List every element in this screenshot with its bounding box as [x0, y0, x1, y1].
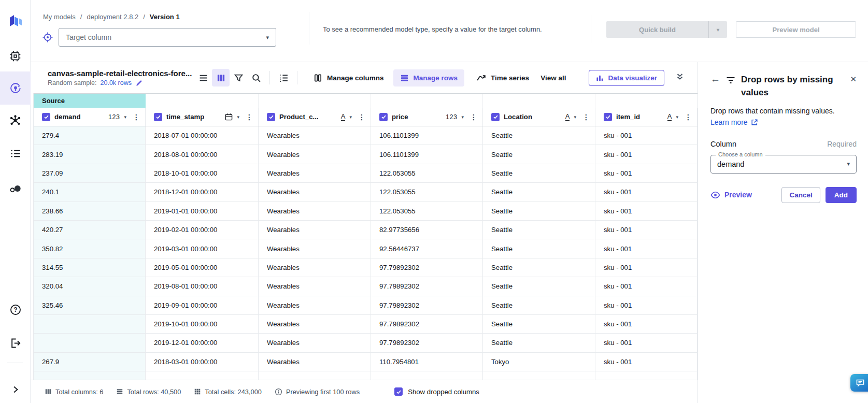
table-cell: Seattle [483, 239, 595, 258]
column-select-checkbox[interactable] [379, 113, 388, 121]
sidebar-expand-chevron[interactable] [0, 379, 31, 400]
table-cell: Wearables [259, 202, 371, 221]
text-type-icon[interactable]: A [565, 113, 570, 121]
table-cell: Seattle [483, 315, 595, 334]
toolbar-divider [297, 71, 297, 84]
view-all-button[interactable]: View all [540, 74, 566, 82]
manage-columns-button[interactable]: Manage columns [314, 74, 384, 82]
breadcrumb-separator: / [80, 13, 82, 21]
table-cell: 267.9 [34, 353, 146, 371]
column-menu-kebab[interactable]: ⋮ [358, 113, 365, 121]
dataset-main-area: canvas-sample-retail-electronics-fore...… [31, 62, 698, 403]
column-type-caret[interactable]: ▾ [461, 114, 464, 120]
collapse-toolbar-button[interactable] [676, 73, 684, 83]
column-menu-kebab[interactable]: ⋮ [685, 113, 692, 121]
column-menu-kebab[interactable]: ⋮ [470, 113, 477, 121]
table-cell: sku - 001 [595, 277, 698, 296]
table-cell: 82.97735656 [371, 221, 483, 239]
data-visualizer-button[interactable]: Data visualizer [589, 70, 664, 86]
canvas-logo-icon [8, 13, 23, 28]
app-header: My models / deployment 2.8.2 / Version 1… [31, 0, 868, 62]
source-band-label: Source [34, 94, 146, 108]
number-type-icon[interactable]: 123 [108, 113, 120, 121]
sidebar-item-automations[interactable] [0, 110, 31, 131]
sidebar-item-my-models[interactable] [0, 71, 31, 105]
table-row: 240.12018-12-01 00:00:00Wearables122.053… [34, 183, 698, 201]
search-icon-button[interactable] [247, 69, 265, 87]
learn-more-link[interactable]: Learn more [710, 118, 758, 126]
column-select-checkbox[interactable] [154, 113, 162, 121]
choose-column-select[interactable]: Choose a column demand ▾ [710, 155, 857, 174]
cancel-button[interactable]: Cancel [781, 187, 820, 203]
number-type-icon[interactable]: 123 [446, 113, 457, 121]
column-select-checkbox[interactable] [267, 113, 275, 121]
table-cell [146, 371, 259, 380]
table-cell: sku - 001 [595, 221, 698, 239]
table-cell: Seattle [483, 277, 595, 296]
table-cell: 2019-03-01 00:00:00 [146, 239, 259, 258]
column-header-2: time_stamp▾⋮ [146, 108, 259, 126]
sidebar-item-datasets[interactable] [0, 46, 31, 66]
column-view-icon[interactable] [212, 69, 230, 87]
previewing-label: Previewing first 100 rows [286, 388, 360, 396]
column-type-caret[interactable]: ▾ [124, 114, 126, 120]
manage-rows-icon [400, 74, 409, 82]
back-arrow-icon[interactable]: ← [710, 74, 720, 85]
columns-view-icon [217, 74, 225, 82]
date-type-icon[interactable] [225, 113, 233, 121]
data-table: Source demand123▾⋮time_stamp▾⋮Product_c.… [33, 93, 698, 380]
show-dropped-checkbox[interactable] [394, 387, 403, 396]
column-select-checkbox[interactable] [491, 113, 500, 121]
target-column-select[interactable]: Target column ▾ [59, 28, 276, 47]
table-cell [259, 371, 371, 380]
column-select-checkbox[interactable] [42, 113, 50, 121]
column-menu-kebab[interactable]: ⋮ [582, 113, 590, 121]
sample-rows-link[interactable]: 20.0k rows [101, 79, 132, 87]
table-cell: 122.053055 [371, 202, 483, 221]
column-type-caret[interactable]: ▾ [237, 114, 239, 120]
show-dropped-columns-toggle[interactable]: Show dropped columns [394, 387, 479, 396]
breadcrumb-my-models[interactable]: My models [43, 13, 76, 21]
row-list-view-icon[interactable] [194, 69, 212, 87]
left-nav-sidebar: ? [0, 0, 31, 403]
quick-build-button[interactable]: Quick build ▾ [606, 21, 727, 38]
breadcrumb-deployment[interactable]: deployment 2.8.2 [87, 13, 138, 21]
sidebar-item-list[interactable] [0, 143, 31, 164]
chat-widget-button[interactable] [850, 374, 868, 392]
column-name: Product_c... [279, 113, 318, 121]
sidebar-item-logout[interactable] [0, 333, 31, 353]
total-columns-label: Total columns: 6 [55, 388, 103, 396]
manage-rows-button[interactable]: Manage rows [393, 69, 465, 87]
column-type-caret[interactable]: ▾ [676, 114, 678, 120]
table-cell [595, 371, 698, 380]
total-rows-label: Total rows: 40,500 [127, 388, 181, 396]
filter-icon-button[interactable] [230, 69, 247, 87]
column-menu-kebab[interactable]: ⋮ [133, 113, 140, 121]
toolbar-divider [269, 71, 270, 84]
table-cell: Wearables [259, 277, 371, 296]
show-dropped-label: Show dropped columns [408, 388, 479, 396]
column-type-caret[interactable]: ▾ [349, 114, 352, 120]
sidebar-item-help[interactable]: ? [0, 299, 31, 320]
time-series-button[interactable]: Time series [476, 74, 529, 82]
time-series-icon [476, 74, 486, 82]
column-menu-kebab[interactable]: ⋮ [246, 113, 253, 121]
target-hint-text: To see a recommended model type, specify… [323, 25, 542, 33]
text-type-icon[interactable]: A [667, 113, 672, 121]
text-type-icon[interactable]: A [341, 113, 346, 121]
edit-pencil-icon[interactable] [135, 79, 143, 87]
ordered-list-icon-button[interactable] [275, 69, 292, 87]
previewing-stat: Previewing first 100 rows [275, 388, 360, 396]
preview-button[interactable]: Preview [710, 191, 752, 199]
table-cell: 2019-01-01 00:00:00 [146, 202, 259, 221]
column-type-caret[interactable]: ▾ [574, 114, 576, 120]
table-row: 350.822019-03-01 00:00:00Wearables92.564… [34, 239, 698, 258]
preview-label: Preview [724, 191, 752, 199]
add-button[interactable]: Add [826, 187, 857, 203]
quick-build-dropdown[interactable]: ▾ [708, 21, 727, 38]
column-select-checkbox[interactable] [604, 113, 612, 121]
chevron-down-icon: ▾ [847, 161, 850, 167]
sidebar-item-comparison[interactable] [0, 178, 31, 199]
preview-model-button[interactable]: Preview model [736, 21, 856, 38]
close-icon[interactable]: ✕ [850, 74, 857, 85]
